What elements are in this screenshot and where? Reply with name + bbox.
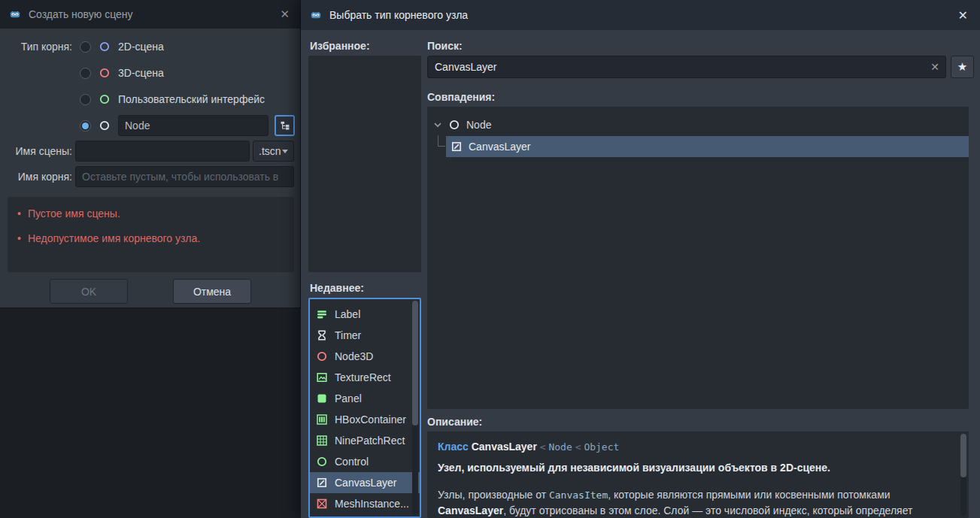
description-label: Описание: — [427, 415, 482, 429]
scene-tree-icon — [279, 120, 291, 132]
option-label: 2D-сцена — [118, 41, 164, 53]
recent-item-canvaslayer[interactable]: CanvasLayer — [310, 472, 420, 493]
godot-logo-icon — [9, 8, 21, 20]
recent-item-control[interactable]: Control — [310, 451, 420, 472]
recent-item-texturerect[interactable]: TextureRect — [310, 367, 420, 388]
close-icon[interactable]: ✕ — [958, 8, 968, 23]
validation-errors-panel: • Пустое имя сцены. • Недопустимое имя к… — [8, 197, 294, 272]
root-name-label: Имя корня: — [6, 166, 72, 187]
node-icon — [448, 119, 460, 131]
scene-3d-icon — [99, 67, 111, 79]
radio-checked[interactable] — [80, 120, 91, 132]
mesh-instance-icon — [316, 498, 328, 510]
radio-unchecked[interactable] — [80, 41, 91, 53]
star-icon: ★ — [957, 60, 967, 74]
root-type-label: Тип корня: — [6, 36, 72, 57]
root-type-option-custom[interactable] — [80, 115, 295, 136]
node3d-icon — [316, 350, 328, 362]
godot-logo-icon — [310, 9, 322, 21]
tree-row-node[interactable]: Node — [427, 114, 969, 135]
select-node-type-dialog: Выбрать тип корневого узла ✕ Избранное: … — [301, 0, 980, 518]
scene-2d-icon — [99, 41, 111, 53]
parent-class-link[interactable]: Node — [548, 441, 572, 453]
description-panel: Класс CanvasLayer < Node < Object Узел, … — [427, 432, 969, 518]
favorites-panel — [308, 56, 421, 272]
hbox-container-icon — [316, 413, 328, 426]
favorites-label: Избранное: — [310, 39, 370, 53]
texture-rect-icon — [316, 371, 328, 383]
label-icon — [316, 308, 328, 320]
canvasitem-class-link[interactable]: CanvasItem — [549, 489, 608, 501]
node-icon — [99, 120, 111, 132]
create-scene-title: Создать новую сцену — [29, 8, 133, 20]
custom-type-input[interactable] — [118, 115, 269, 136]
radio-unchecked[interactable] — [80, 68, 91, 79]
error-message: • Недопустимое имя корневого узла. — [17, 232, 200, 244]
expand-arrow-icon[interactable] — [433, 119, 442, 131]
recent-item-label[interactable]: Label — [310, 304, 420, 325]
ok-button[interactable]: OK — [50, 279, 128, 304]
favorite-toggle-button[interactable]: ★ — [951, 56, 974, 78]
class-header: Класс CanvasLayer < Node < Object — [438, 439, 958, 455]
radio-unchecked[interactable] — [80, 94, 91, 105]
recent-item-ninepatchrect[interactable]: NinePatchRect — [310, 430, 420, 451]
root-name-input[interactable] — [75, 166, 294, 187]
option-label: 3D-сцена — [118, 67, 164, 79]
grandparent-class-link[interactable]: Object — [584, 441, 619, 453]
timer-icon — [316, 329, 328, 341]
bullet-icon: • — [17, 232, 21, 244]
cancel-button[interactable]: Отмена — [173, 279, 251, 304]
matches-tree: Node CanvasLayer — [427, 107, 969, 409]
search-label: Поиск: — [427, 39, 463, 53]
chevron-down-icon — [282, 150, 288, 153]
recent-label: Недавнее: — [310, 281, 364, 295]
root-type-option-2d[interactable]: 2D-сцена — [80, 36, 164, 57]
option-label: Пользовательский интерфейс — [118, 93, 265, 105]
recent-item-node3d[interactable]: Node3D — [310, 346, 420, 367]
select-node-titlebar[interactable]: Выбрать тип корневого узла ✕ — [301, 0, 980, 30]
search-input[interactable] — [427, 56, 946, 78]
pick-node-type-button[interactable] — [275, 115, 295, 136]
canvas-layer-icon — [316, 477, 328, 489]
clear-search-icon[interactable]: ✕ — [930, 61, 939, 73]
scene-extension-select[interactable]: .tscn — [253, 141, 294, 162]
matches-label: Совпадения: — [427, 90, 495, 104]
control-icon — [316, 456, 328, 468]
tree-row-canvaslayer[interactable]: CanvasLayer — [446, 136, 969, 157]
recent-item-timer[interactable]: Timer — [310, 325, 420, 346]
scene-name-input[interactable] — [75, 141, 250, 162]
scrollbar-thumb[interactable] — [412, 301, 418, 426]
recent-panel: Label Timer Node3D TextureRect Panel HBo… — [308, 298, 421, 518]
select-node-title: Выбрать тип корневого узла — [329, 9, 468, 21]
create-scene-dialog: Создать новую сцену ✕ Тип корня: 2D-сцен… — [0, 0, 301, 308]
class-description: Узлы, производные от CanvasItem, которые… — [438, 487, 958, 518]
screen: Создать новую сцену ✕ Тип корня: 2D-сцен… — [0, 0, 980, 518]
tree-connector — [438, 135, 445, 147]
class-name: CanvasLayer — [472, 441, 537, 453]
root-type-option-3d[interactable]: 3D-сцена — [80, 62, 164, 83]
root-type-option-ui[interactable]: Пользовательский интерфейс — [80, 89, 265, 110]
class-keyword: Класс — [438, 441, 469, 453]
scene-extension-value: .tscn — [259, 145, 281, 157]
scrollbar-track[interactable] — [412, 301, 418, 515]
recent-item-meshinstance[interactable]: MeshInstance... — [310, 493, 420, 514]
scrollbar-thumb[interactable] — [960, 434, 966, 477]
error-message: • Пустое имя сцены. — [17, 208, 120, 220]
scene-name-label: Имя сцены: — [6, 141, 72, 162]
panel-icon — [316, 392, 328, 404]
recent-item-panel[interactable]: Panel — [310, 388, 420, 409]
close-icon[interactable]: ✕ — [280, 8, 290, 21]
scene-ui-icon — [99, 93, 111, 105]
nine-patch-rect-icon — [316, 435, 328, 447]
bullet-icon: • — [17, 208, 21, 220]
create-scene-titlebar[interactable]: Создать новую сцену ✕ — [0, 0, 300, 29]
class-brief: Узел, используемый для независимой визуа… — [438, 460, 958, 475]
search-field: ✕ — [427, 56, 946, 78]
scrollbar-track[interactable] — [960, 434, 966, 516]
canvas-layer-icon — [451, 141, 463, 153]
recent-item-hboxcontainer[interactable]: HBoxContainer — [310, 409, 420, 430]
